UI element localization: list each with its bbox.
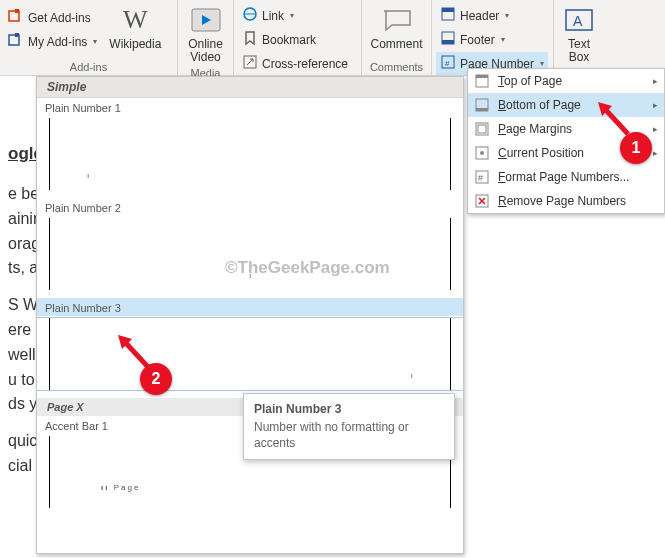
wikipedia-button[interactable]: W Wikipedia bbox=[103, 2, 167, 53]
gallery-item-label: Plain Number 2 bbox=[37, 198, 463, 216]
gallery-item-plain-number-1[interactable]: Plain Number 1 ı bbox=[37, 98, 463, 190]
chevron-right-icon: ▸ bbox=[653, 124, 658, 134]
menu-label: Current Position bbox=[498, 146, 584, 160]
top-page-icon bbox=[474, 73, 490, 89]
tooltip-title: Plain Number 3 bbox=[254, 402, 444, 416]
bookmark-label: Bookmark bbox=[262, 33, 316, 47]
chevron-right-icon: ▸ bbox=[653, 148, 658, 158]
svg-rect-19 bbox=[476, 108, 488, 111]
svg-rect-21 bbox=[478, 125, 486, 133]
chevron-right-icon: ▸ bbox=[653, 100, 658, 110]
link-icon bbox=[242, 6, 258, 25]
my-addins-button[interactable]: My Add-ins ▾ bbox=[4, 30, 101, 53]
svg-rect-3 bbox=[15, 33, 19, 37]
header-label: Header bbox=[460, 9, 499, 23]
gallery-header: Simple bbox=[37, 77, 463, 98]
svg-text:#: # bbox=[478, 173, 483, 183]
my-addins-icon bbox=[8, 32, 24, 51]
margins-icon bbox=[474, 121, 490, 137]
current-pos-icon bbox=[474, 145, 490, 161]
svg-text:#: # bbox=[445, 59, 450, 68]
tooltip-plain-number-3: Plain Number 3 Number with no formatting… bbox=[243, 393, 455, 460]
menu-top-of-page[interactable]: Top of Page ▸ bbox=[468, 69, 664, 93]
page-number-gallery: Simple Plain Number 1 ı Plain Number 2 ı… bbox=[36, 76, 464, 554]
online-video-button[interactable]: Online Video bbox=[182, 2, 229, 66]
gallery-item-label: Plain Number 3 bbox=[37, 298, 463, 316]
video-icon bbox=[190, 4, 222, 36]
comment-label: Comment bbox=[371, 38, 423, 51]
my-addins-label: My Add-ins bbox=[28, 35, 87, 49]
cross-ref-icon bbox=[242, 54, 258, 73]
bookmark-button[interactable]: Bookmark bbox=[238, 28, 352, 51]
footer-icon bbox=[440, 30, 456, 49]
gallery-item-plain-number-2[interactable]: Plain Number 2 ı bbox=[37, 198, 463, 290]
get-addins-label: Get Add-ins bbox=[28, 11, 91, 25]
wikipedia-label: Wikipedia bbox=[109, 38, 161, 51]
svg-text:A: A bbox=[573, 13, 583, 29]
link-button[interactable]: Link ▾ bbox=[238, 4, 352, 27]
bottom-page-icon bbox=[474, 97, 490, 113]
bookmark-icon bbox=[242, 30, 258, 49]
group-label-addins: Add-ins bbox=[4, 60, 173, 75]
link-label: Link bbox=[262, 9, 284, 23]
online-video-label: Online Video bbox=[188, 38, 223, 64]
chevron-right-icon: ▸ bbox=[653, 76, 658, 86]
tooltip-body: Number with no formatting or accents bbox=[254, 420, 444, 451]
chevron-down-icon: ▾ bbox=[540, 59, 544, 68]
text-box-button[interactable]: A Text Box bbox=[556, 2, 602, 66]
callout-2: 2 bbox=[140, 363, 172, 395]
chevron-down-icon: ▾ bbox=[290, 11, 294, 20]
header-button[interactable]: Header ▾ bbox=[436, 4, 548, 27]
footer-button[interactable]: Footer ▾ bbox=[436, 28, 548, 51]
footer-label: Footer bbox=[460, 33, 495, 47]
wikipedia-icon: W bbox=[119, 4, 151, 36]
format-icon: # bbox=[474, 169, 490, 185]
chevron-down-icon: ▾ bbox=[93, 37, 97, 46]
text-box-label: Text Box bbox=[568, 38, 590, 64]
callout-1: 1 bbox=[620, 132, 652, 164]
chevron-down-icon: ▾ bbox=[505, 11, 509, 20]
gallery-item-label: Plain Number 1 bbox=[37, 98, 463, 116]
remove-icon bbox=[474, 193, 490, 209]
addins-icon bbox=[8, 8, 24, 27]
menu-label: Bottom of Page bbox=[498, 98, 581, 112]
menu-remove-page-numbers[interactable]: Remove Page Numbers bbox=[468, 189, 664, 213]
menu-label: Format Page Numbers... bbox=[498, 170, 629, 184]
page-number-icon: # bbox=[440, 54, 456, 73]
comment-button[interactable]: Comment bbox=[366, 2, 427, 53]
ribbon: Get Add-ins My Add-ins ▾ W Wikipedia Add… bbox=[0, 0, 665, 76]
gallery-body[interactable]: Plain Number 1 ı Plain Number 2 ı Plain … bbox=[37, 98, 463, 552]
chevron-down-icon: ▾ bbox=[501, 35, 505, 44]
cross-reference-button[interactable]: Cross-reference bbox=[238, 52, 352, 75]
menu-label: Top of Page bbox=[498, 74, 562, 88]
menu-format-page-numbers[interactable]: # Format Page Numbers... bbox=[468, 165, 664, 189]
svg-rect-11 bbox=[442, 40, 454, 44]
cross-ref-label: Cross-reference bbox=[262, 57, 348, 71]
text-box-icon: A bbox=[563, 4, 595, 36]
comment-icon bbox=[381, 4, 413, 36]
get-addins-button[interactable]: Get Add-ins bbox=[4, 6, 101, 29]
header-icon bbox=[440, 6, 456, 25]
menu-label: Page Margins bbox=[498, 122, 572, 136]
gallery-item-plain-number-3[interactable]: Plain Number 3 ı bbox=[37, 298, 463, 390]
svg-rect-17 bbox=[476, 75, 488, 78]
svg-rect-9 bbox=[442, 8, 454, 12]
svg-rect-1 bbox=[15, 9, 19, 13]
group-label-comments: Comments bbox=[366, 60, 427, 75]
svg-point-23 bbox=[480, 151, 484, 155]
menu-label: Remove Page Numbers bbox=[498, 194, 626, 208]
